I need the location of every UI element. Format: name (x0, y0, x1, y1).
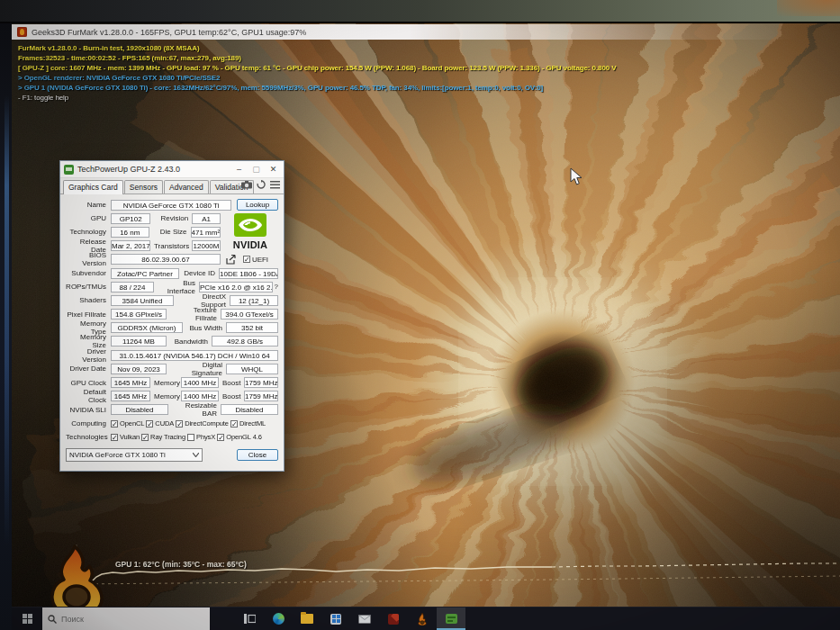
checkbox-cuda[interactable]: CUDA (146, 419, 174, 428)
gpuz-window-title: TechPowerUp GPU-Z 2.43.0 (77, 165, 229, 174)
directcompute-checkbox-box[interactable] (176, 420, 183, 428)
physx-checkbox-box[interactable] (187, 434, 194, 441)
taskbar-edge[interactable] (264, 608, 293, 630)
nvidia-wordmark: NVIDIA (223, 239, 277, 250)
row-name: Name NVIDIA GeForce GTX 1080 Ti Lookup (66, 198, 278, 212)
directcompute-label: DirectCompute (185, 419, 229, 428)
directml-label: DirectML (239, 419, 266, 428)
row-driver-date: Driver Date Nov 09, 2023 Digital Signatu… (66, 362, 278, 375)
opengl-checkbox-box[interactable] (217, 434, 224, 441)
row-gpu-selector: NVIDIA GeForce GTX 1080 Ti Close (66, 448, 278, 462)
furmark-titlebar[interactable]: Geeks3D FurMark v1.28.0.0 - 165FPS, GPU1… (12, 24, 840, 40)
taskbar-red-app[interactable] (379, 608, 408, 630)
monitor-screen: Geeks3D FurMark v1.28.0.0 - 165FPS, GPU1… (12, 23, 840, 630)
gpu-selector-dropdown[interactable]: NVIDIA GeForce GTX 1080 Ti (66, 448, 203, 462)
search-input[interactable] (61, 615, 178, 624)
maximize-button[interactable]: ▢ (249, 163, 263, 176)
menu-icon[interactable] (270, 181, 280, 189)
bezel-reflection (5, 95, 9, 545)
transistors-label: Transistors (152, 242, 190, 250)
device-id-label: Device ID (181, 269, 217, 277)
technology-field: 16 nm (111, 227, 149, 238)
furmark-osd-overlay: FurMark v1.28.0.0 - Burn-in test, 1920x1… (18, 43, 616, 103)
cuda-checkbox-box[interactable] (146, 420, 153, 428)
gpuz-taskbar-icon (446, 614, 457, 624)
wall-object (777, 0, 840, 16)
directx-support-field: 12 (12_1) (230, 295, 278, 306)
furmark-window-title: Geeks3D FurMark v1.28.0.0 - 165FPS, GPU1… (32, 28, 306, 37)
bus-width-field: 352 bit (226, 322, 278, 333)
taskbar-search[interactable] (42, 608, 210, 630)
opencl-checkbox-box[interactable] (111, 420, 118, 428)
computing-label: Computing (66, 419, 109, 428)
checkbox-physx[interactable]: PhysX (187, 433, 215, 441)
row-rops: ROPs/TMUs 88 / 224 Bus Interface PCIe x1… (66, 280, 278, 293)
start-button[interactable] (12, 608, 42, 630)
taskbar-store[interactable] (321, 608, 350, 630)
checkbox-directcompute[interactable]: DirectCompute (176, 419, 229, 428)
mouse-cursor (570, 167, 583, 186)
checkbox-directml[interactable]: DirectML (230, 419, 266, 428)
ray-tracing-checkbox-box[interactable] (141, 434, 149, 441)
bandwidth-field: 492.8 GB/s (212, 336, 278, 346)
resizable-bar-field: Disabled (221, 404, 278, 415)
nvidia-eye-icon (234, 213, 266, 237)
mail-icon (358, 615, 371, 624)
default-clock-memory-label: Memory (152, 392, 179, 400)
gpu-clock-label: GPU Clock (66, 379, 109, 387)
gpuz-app-icon (64, 165, 74, 175)
bios-version-label: BIOS Version (66, 251, 109, 267)
device-id-field: 10DE 1B06 - 19DA 1471 (219, 268, 278, 279)
gpuz-titlebar[interactable]: TechPowerUp GPU-Z 2.43.0 – ▢ ✕ (60, 161, 284, 178)
uefi-checkbox-box[interactable] (243, 256, 250, 263)
osd-line-gpu1: > GPU 1 (NVIDIA GeForce GTX 1080 Ti) - c… (18, 83, 616, 93)
task-view-button[interactable] (235, 608, 264, 630)
file-explorer-icon (301, 614, 313, 624)
bus-interface-help-button[interactable]: ? (275, 283, 278, 291)
close-button[interactable]: Close (237, 449, 278, 461)
driver-date-field: Nov 09, 2023 (111, 364, 167, 374)
tab-sensors[interactable]: Sensors (124, 180, 163, 194)
gpu-temp-graph: GPU 1: 62°C (min: 35°C - max: 65°C) (12, 537, 840, 607)
tab-advanced[interactable]: Advanced (164, 180, 209, 194)
opengl-label: OpenGL 4.6 (226, 433, 262, 441)
rops-tmus-field: 88 / 224 (111, 282, 154, 292)
monitor-bezel (0, 23, 12, 630)
taskbar-gpuz[interactable] (437, 608, 465, 630)
memory-size-field: 11264 MB (111, 336, 167, 346)
default-clock-boost-label: Boost (221, 392, 242, 400)
refresh-icon[interactable] (257, 180, 266, 189)
checkbox-vulkan[interactable]: Vulkan (111, 433, 140, 441)
checkbox-opencl[interactable]: OpenCL (111, 419, 144, 428)
lookup-button[interactable]: Lookup (237, 199, 278, 211)
bus-width-label: Bus Width (185, 324, 224, 332)
checkbox-opengl[interactable]: OpenGL 4.6 (217, 433, 262, 441)
taskbar (12, 607, 840, 630)
taskbar-furmark[interactable] (408, 608, 437, 630)
driver-version-field: 31.0.15.4617 (NVIDIA 546.17) DCH / Win10… (111, 350, 278, 361)
taskbar-mail[interactable] (350, 608, 379, 630)
uefi-checkbox[interactable]: UEFI (243, 256, 268, 264)
close-window-button[interactable]: ✕ (266, 163, 280, 176)
share-bios-icon[interactable] (226, 255, 237, 265)
photo-of-monitor: Geeks3D FurMark v1.28.0.0 - 165FPS, GPU1… (0, 0, 840, 630)
technology-label: Technology (66, 228, 109, 236)
taskbar-file-explorer[interactable] (293, 608, 321, 630)
technologies-label: Technologies (66, 433, 109, 441)
digital-signature-label: Digital Signature (168, 361, 224, 377)
gpu-clock-memory-field: 1400 MHz (181, 377, 219, 388)
row-sli: NVIDIA SLI Disabled Resizable BAR Disabl… (66, 403, 278, 417)
directml-checkbox-box[interactable] (230, 420, 238, 428)
nvidia-logo: NVIDIA (223, 213, 277, 250)
shaders-label: Shaders (66, 296, 109, 304)
default-clock-memory-field: 1400 MHz (181, 391, 219, 401)
furmark-flame-icon (417, 613, 428, 626)
checkbox-ray-tracing[interactable]: Ray Tracing (141, 433, 185, 441)
camera-icon[interactable] (241, 181, 252, 189)
cuda-label: CUDA (155, 419, 174, 428)
gpu-clock-field: 1645 MHz (111, 377, 150, 388)
minimize-button[interactable]: – (232, 163, 246, 176)
vulkan-checkbox-box[interactable] (111, 434, 118, 441)
tab-graphics-card[interactable]: Graphics Card (63, 180, 123, 194)
gpu-label: GPU (66, 214, 109, 222)
